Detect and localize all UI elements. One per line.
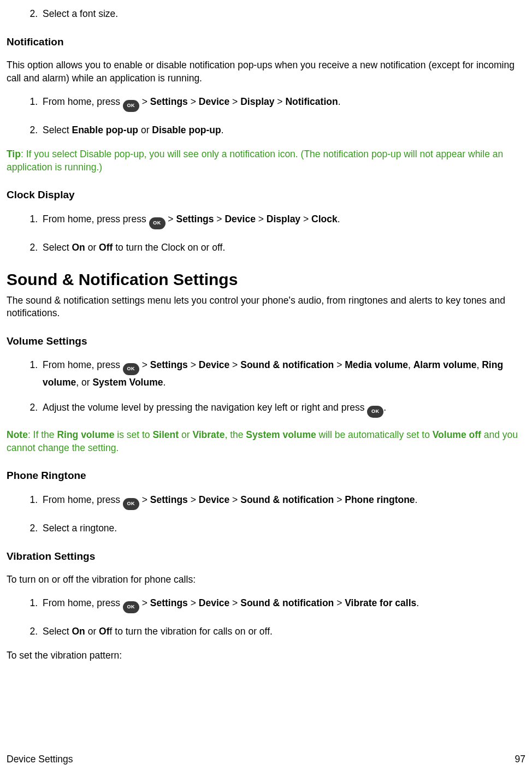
- body-text: To turn on or off the vibration for phon…: [7, 573, 525, 587]
- volume-steps: From home, press OK > Settings > Device …: [7, 358, 525, 418]
- list-item: Select On or Off to turn the Clock on or…: [40, 240, 525, 254]
- ok-icon: OK: [123, 100, 139, 112]
- list-item: From home, press OK > Settings > Device …: [40, 94, 525, 112]
- ringtone-steps: From home, press OK > Settings > Device …: [7, 493, 525, 535]
- heading-ringtone: Phone Ringtone: [7, 469, 525, 483]
- list-item: From home, press OK > Settings > Device …: [40, 493, 525, 510]
- ok-icon: OK: [123, 601, 139, 613]
- vibration-steps: From home, press OK > Settings > Device …: [7, 596, 525, 638]
- body-text: Select a font size.: [43, 8, 118, 19]
- heading-volume: Volume Settings: [7, 334, 525, 348]
- body-text: This option allows you to enable or disa…: [7, 59, 525, 85]
- notification-steps: From home, press OK > Settings > Device …: [7, 94, 525, 137]
- ok-icon: OK: [123, 498, 139, 510]
- list-item: From home, press OK > Settings > Device …: [40, 596, 525, 613]
- note-text: Note: If the Ring volume is set to Silen…: [7, 429, 525, 454]
- tip-text: Tip: If you select Disable pop-up, you w…: [7, 148, 525, 174]
- list-item: Select a font size.: [40, 7, 525, 21]
- heading-vibration: Vibration Settings: [7, 549, 525, 564]
- body-text: To set the vibration pattern:: [7, 649, 525, 662]
- list-item: From home, press OK > Settings > Device …: [40, 358, 525, 389]
- list-item: Select On or Off to turn the vibration f…: [40, 624, 525, 638]
- list-item: Adjust the volume level by pressing the …: [40, 400, 525, 418]
- ok-icon: OK: [149, 217, 165, 229]
- list-item: Select Enable pop-up or Disable pop-up.: [40, 123, 525, 137]
- list-item: Select a ringtone.: [40, 521, 525, 535]
- heading-clock: Clock Display: [7, 188, 525, 202]
- ok-icon: OK: [367, 406, 383, 418]
- ok-icon: OK: [123, 363, 139, 375]
- font-size-list: Select a font size.: [7, 7, 525, 21]
- clock-steps: From home, press press OK > Settings > D…: [7, 212, 525, 254]
- heading-notification: Notification: [7, 35, 525, 49]
- list-item: From home, press press OK > Settings > D…: [40, 212, 525, 229]
- heading-sound-notification: Sound & Notification Settings: [7, 269, 525, 291]
- body-text: The sound & notification settings menu l…: [7, 294, 525, 320]
